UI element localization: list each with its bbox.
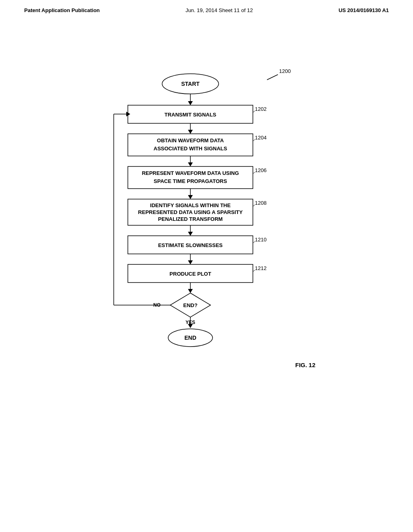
- label-1206a: REPRESENT WAVEFORM DATA USING: [142, 170, 239, 176]
- flowchart-svg: 1200 START TRANSMIT SIGNALS 1202 OBTAIN …: [65, 13, 348, 376]
- label-1204b: ASSOCIATED WITH SIGNALS: [154, 145, 227, 152]
- start-label: START: [181, 81, 200, 87]
- arrowhead-7: [188, 289, 193, 293]
- diagram-container: 1200 START TRANSMIT SIGNALS 1202 OBTAIN …: [65, 13, 348, 368]
- label-1210: ESTIMATE SLOWNESSES: [158, 242, 223, 248]
- ref-1204: 1204: [255, 135, 267, 141]
- label-1206b: SPACE TIME PROPAGATORS: [154, 178, 227, 184]
- label-1208c: PENALIZED TRANSFORM: [158, 216, 223, 222]
- arrowhead-4: [188, 195, 193, 199]
- arrowhead-6: [188, 260, 193, 264]
- label-1212: PRODUCE PLOT: [169, 271, 211, 277]
- arrowhead-1: [188, 101, 193, 105]
- header-right: US 2014/0169130 A1: [338, 7, 389, 13]
- header-left: Patent Application Publication: [24, 7, 100, 13]
- arrowhead-yes: [188, 324, 193, 328]
- ref-1208: 1208: [255, 200, 267, 206]
- header-center: Jun. 19, 2014 Sheet 11 of 12: [186, 7, 253, 13]
- page-header: Patent Application Publication Jun. 19, …: [0, 0, 413, 13]
- ref-1200: 1200: [279, 68, 291, 74]
- ref-1200-line: [267, 75, 278, 80]
- label-1208b: REPRESENTED DATA USING A SPARSITY: [138, 209, 243, 215]
- label-1204a: OBTAIN WAVEFORM DATA: [157, 137, 224, 143]
- label-1202: TRANSMIT SIGNALS: [165, 112, 217, 118]
- ref-1210: 1210: [255, 237, 267, 243]
- end-label: END: [184, 335, 196, 341]
- arrowhead-3: [188, 162, 193, 166]
- arrowhead-5: [188, 232, 193, 236]
- diamond-label: END?: [183, 302, 197, 308]
- ref-1202: 1202: [255, 106, 267, 112]
- label-1208a: IDENTIFY SIGNALS WITHIN THE: [150, 202, 231, 208]
- arrowhead-2: [188, 130, 193, 134]
- ref-1206: 1206: [255, 167, 267, 173]
- ref-1212: 1212: [255, 265, 267, 271]
